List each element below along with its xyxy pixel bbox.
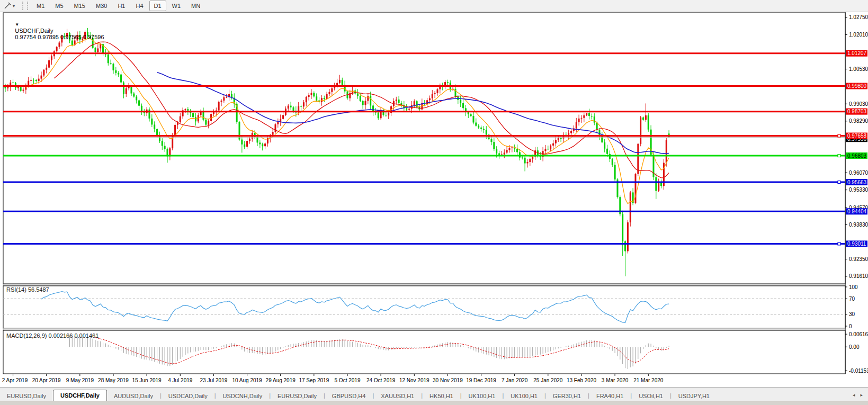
candle-body [118,73,119,75]
tab-eurusd-daily[interactable]: EURUSD,Daily [0,391,53,402]
candle-body [640,118,641,144]
date-tick-label: 12 Nov 2019 [399,377,429,383]
candle-body [454,89,456,96]
candle-body [308,95,310,97]
candle-body [306,97,307,102]
candle-body [578,119,580,122]
tab-ger30-h1[interactable]: GER30,H1 [546,391,588,402]
candle-body [220,101,222,102]
date-tick-label: 2 Apr 2019 [2,377,28,383]
candle-body [108,55,109,63]
level-line-handle[interactable] [838,242,840,245]
candle-body [282,115,284,119]
candle-body [290,106,292,107]
tab-scroll-nav: ◂ ▸ [853,392,863,401]
crosshair-icon[interactable] [2,1,13,11]
symbol-dropdown-icon[interactable]: ▼ [15,22,19,27]
tab-scroll-right-icon[interactable]: ▸ [860,392,863,398]
price-tick-label: 0.99030 [849,101,868,107]
timeframe-button-m5[interactable]: M5 [50,1,68,11]
tab-scroll-left-icon[interactable]: ◂ [853,392,855,398]
date-axis[interactable]: 2 Apr 201920 Apr 20199 May 201928 May 20… [2,374,664,383]
terminal-window: ▾ M1M5M15M30H1H4D1W1MN 1.027501.020101.0… [0,0,868,405]
tab-hk50-h1[interactable]: HK50,H1 [423,391,460,402]
candle-body [20,87,22,91]
candle-body [648,115,649,130]
candle-body [115,70,117,73]
candle-body [38,79,40,81]
candle-body [447,82,449,83]
candle-body [406,108,407,110]
tab-uk100-h1[interactable]: UK100,H1 [504,391,544,402]
tab-usdcnh-daily[interactable]: USDCNH,Daily [216,391,270,402]
tab-xauusd-h1[interactable]: XAUUSD,H1 [374,391,421,402]
timeframe-button-m1[interactable]: M1 [32,1,49,11]
chart-title-symbol: USDCHF,Daily [15,28,53,34]
candle-body [544,149,546,151]
tab-usdjpy-h1[interactable]: USDJPY,H1 [672,391,717,402]
candle-body [310,93,312,95]
candle-body [17,87,19,88]
candle-body [94,48,96,52]
candle-body [339,80,341,83]
candle-body [547,149,549,149]
tab-eurusd-daily[interactable]: EURUSD,Daily [271,391,324,402]
timeframe-button-m15[interactable]: M15 [69,1,90,11]
tab-fra40-h1[interactable]: FRA40,H1 [589,391,630,402]
tab-gbpusd-h4[interactable]: GBPUSD,H4 [325,391,373,402]
level-line-handle[interactable] [838,134,840,137]
level-line-handle[interactable] [838,181,840,184]
chevron-down-icon[interactable]: ▾ [13,4,18,8]
timeframe-button-w1[interactable]: W1 [167,1,186,11]
tab-usoil-h1[interactable]: USOil,H1 [632,391,670,402]
candle-body [588,113,590,116]
candle-body [40,76,42,79]
macd-tick-label: -0.011531 [849,368,868,374]
timeframe-button-d1[interactable]: D1 [149,1,166,11]
candle-body [506,150,508,152]
timeframe-button-h4[interactable]: H4 [131,1,148,11]
timeframe-button-mn[interactable]: MN [186,1,205,11]
candle-body [658,182,659,191]
timeframe-button-h1[interactable]: H1 [113,1,130,11]
price-tick-label: 1.02010 [849,32,868,38]
candle-body [627,222,629,251]
candle-body [362,101,364,105]
candle-body [570,131,572,133]
candle-body [642,118,644,120]
chart-canvas[interactable]: 1.027501.020101.005300.990300.982900.960… [0,12,868,387]
level-line-handle[interactable] [838,155,840,157]
candle-body [526,162,528,163]
candle-body [205,120,207,125]
chart-area[interactable]: 1.027501.020101.005300.990300.982900.960… [0,12,868,387]
tab-usdchf-daily[interactable]: USDCHF,Daily [53,390,107,402]
candle-body [292,107,294,111]
candle-body [511,147,513,148]
candle-body [609,154,611,159]
candle-body [30,80,32,81]
candle-body [184,109,186,110]
tab-audusd-daily[interactable]: AUDUSD,Daily [107,391,160,402]
price-tick-label: 1.00530 [849,66,868,72]
candle-body [136,96,137,100]
candle-body [241,140,243,145]
candle-body [33,80,34,80]
timeframe-button-m30[interactable]: M30 [91,1,112,11]
candle-body [97,48,99,52]
candle-body [274,124,276,132]
candle-body [655,177,657,191]
candle-body [360,96,361,101]
candle-body [594,116,595,122]
tab-uk100-h1[interactable]: UK100,H1 [462,391,503,402]
price-axis[interactable]: 1.027501.020101.005300.990300.982900.960… [845,14,868,373]
macd-indicator-label: MACD(12,26,9) 0.002166 0.001461 [6,332,99,339]
candle-body [591,116,593,116]
rsi-pane-frame [3,286,845,328]
pane-splitter[interactable] [3,328,845,330]
candle-body [429,98,431,101]
candle-body [652,155,654,177]
candle-body [262,144,263,146]
pane-splitter[interactable] [3,284,845,286]
candle-body [472,116,474,122]
tab-usdcad-daily[interactable]: USDCAD,Daily [162,391,214,402]
